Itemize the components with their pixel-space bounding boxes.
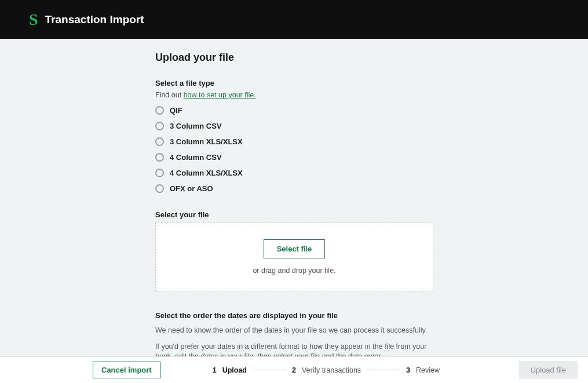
filetype-radio-ofx[interactable]: OFX or ASO — [155, 184, 433, 193]
main-content: Upload your file Select a file type Find… — [155, 39, 433, 356]
filetype-radio-qif[interactable]: QIF — [155, 106, 433, 115]
filetype-radio-3xls[interactable]: 3 Column XLS/XLSX — [155, 137, 433, 146]
radio-icon — [155, 184, 164, 193]
step-label: Review — [416, 366, 440, 374]
page-title: Upload your file — [155, 52, 433, 64]
progress-stepper: 1 Upload 2 Verify transactions 3 Review — [213, 366, 440, 374]
footer-bar: Cancel import 1 Upload 2 Verify transact… — [0, 356, 588, 383]
filetype-radio-4xls[interactable]: 4 Column XLS/XLSX — [155, 169, 433, 177]
radio-icon — [155, 122, 164, 130]
select-file-button[interactable]: Select file — [264, 239, 326, 258]
app-header: S Transaction Import — [0, 0, 588, 39]
radio-icon — [155, 137, 164, 146]
radio-icon — [155, 169, 164, 177]
fileselect-label: Select your file — [155, 210, 433, 219]
step-separator — [367, 370, 400, 370]
dates-p1: We need to know the order of the dates i… — [155, 326, 433, 336]
radio-icon — [155, 106, 164, 115]
filetype-help: Find out how to set up your file. — [155, 91, 433, 99]
step-num: 1 — [213, 366, 217, 374]
radio-icon — [155, 153, 164, 162]
upload-file-button[interactable]: Upload file — [519, 361, 578, 379]
radio-label: OFX or ASO — [170, 184, 213, 193]
logo-icon: S — [29, 10, 38, 29]
filetype-options: QIF 3 Column CSV 3 Column XLS/XLSX 4 Col… — [155, 106, 433, 193]
help-link[interactable]: how to set up your file. — [184, 91, 256, 99]
step-num: 2 — [292, 366, 296, 374]
radio-label: QIF — [170, 106, 182, 115]
file-dropzone[interactable]: Select file or drag and drop your file. — [155, 222, 433, 291]
step-label: Verify transactions — [302, 366, 361, 374]
radio-label: 3 Column XLS/XLSX — [170, 137, 243, 146]
header-title: Transaction Import — [45, 13, 144, 26]
filetype-section: Select a file type Find out how to set u… — [155, 79, 433, 193]
help-prefix: Find out — [155, 91, 184, 99]
filetype-label: Select a file type — [155, 79, 433, 87]
radio-label: 3 Column CSV — [170, 122, 222, 130]
step-1: 1 Upload — [213, 366, 247, 374]
fileselect-section: Select your file Select file or drag and… — [155, 210, 433, 291]
step-label: Upload — [222, 366, 247, 374]
cancel-button[interactable]: Cancel import — [93, 362, 160, 378]
dropzone-hint: or drag and drop your file. — [162, 267, 427, 275]
dates-label: Select the order the dates are displayed… — [155, 311, 433, 320]
main-scroll[interactable]: Upload your file Select a file type Find… — [0, 39, 588, 356]
dates-p2: If you'd prefer your dates in a differen… — [155, 342, 433, 357]
step-num: 3 — [406, 366, 410, 374]
radio-label: 4 Column CSV — [170, 153, 222, 162]
step-2: 2 Verify transactions — [292, 366, 361, 374]
dates-section: Select the order the dates are displayed… — [155, 311, 433, 356]
filetype-radio-4csv[interactable]: 4 Column CSV — [155, 153, 433, 162]
step-3: 3 Review — [406, 366, 440, 374]
filetype-radio-3csv[interactable]: 3 Column CSV — [155, 122, 433, 130]
step-separator — [253, 370, 286, 370]
radio-label: 4 Column XLS/XLSX — [170, 169, 243, 177]
